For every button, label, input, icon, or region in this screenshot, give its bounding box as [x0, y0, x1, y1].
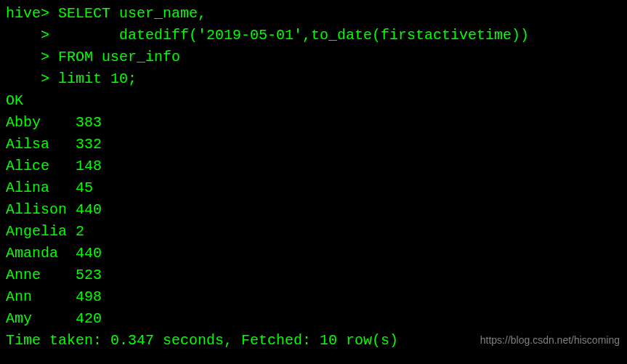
result-row: Alina 45: [6, 177, 621, 199]
query-line-4: > limit 10;: [6, 68, 621, 90]
result-row: Ann 498: [6, 286, 621, 308]
query-line-3: > FROM user_info: [6, 46, 621, 68]
status-ok: OK: [6, 90, 621, 112]
result-row: Allison 440: [6, 199, 621, 221]
watermark-text: https://blog.csdn.net/hiscoming: [480, 333, 620, 348]
result-row: Amanda 440: [6, 243, 621, 264]
result-row: Amy 420: [6, 308, 621, 330]
result-row: Anne 523: [6, 264, 621, 286]
query-line-2: > datediff('2019-05-01',to_date(firstact…: [6, 25, 621, 46]
result-row: Ailsa 332: [6, 134, 621, 155]
result-row: Abby 383: [6, 112, 621, 134]
result-row: Alice 148: [6, 155, 621, 177]
result-row: Angelia 2: [6, 221, 621, 243]
query-line-1: hive> SELECT user_name,: [6, 3, 621, 25]
